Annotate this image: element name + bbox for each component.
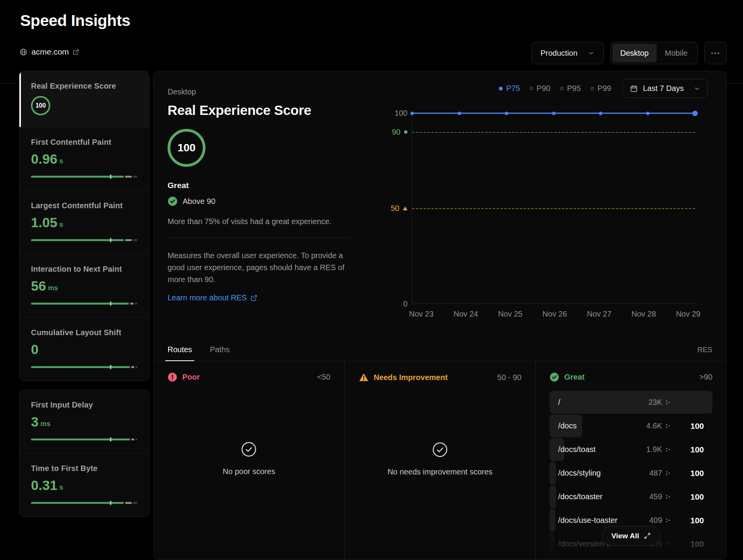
date-range-label: Last 7 Days [643, 84, 684, 93]
legend-p90[interactable]: P90 [530, 84, 551, 93]
sidebar-item-first-contentful-paint[interactable]: First Contentful Paint 0.96s [19, 127, 149, 190]
sample-count: 4.6K [646, 421, 662, 430]
orange-triangle-marker [403, 206, 407, 210]
header-controls: Production Desktop Mobile ⋯ [532, 42, 727, 64]
more-options-button[interactable]: ⋯ [704, 42, 727, 64]
sidebar-item-time-to-first-byte[interactable]: Time to First Byte 0.31s [19, 453, 149, 517]
needs-improvement-empty-text: No needs improvement scores [387, 468, 492, 476]
calendar-icon [630, 85, 638, 92]
rating-label: Great [168, 181, 373, 190]
metric-value: 0.31s [31, 478, 137, 493]
poor-column-header: Poor <50 [168, 372, 330, 382]
res-summary: Desktop Real Experience Score 100 Great … [168, 87, 373, 302]
p75-tick [110, 365, 111, 369]
res-title: Real Experience Score [168, 103, 373, 118]
legend-p99[interactable]: P99 [591, 84, 611, 93]
x-axis-labels: Nov 23Nov 24Nov 25Nov 26Nov 27Nov 28Nov … [409, 310, 700, 319]
metric-label: First Input Delay [31, 401, 137, 409]
metric-card-group-primary: Real Experience Score 100 First Contentf… [19, 71, 149, 381]
data-point [505, 111, 508, 115]
metric-distribution-bar [31, 238, 137, 242]
sidebar-item-first-input-delay[interactable]: First Input Delay 3ms [19, 390, 149, 453]
route-row[interactable]: /docs/toast 1.9K 100 [550, 438, 712, 461]
route-row[interactable]: /docs/styling 487 100 [550, 461, 712, 485]
metric-value: 56ms [31, 278, 137, 294]
legend-p75[interactable]: P75 [499, 84, 520, 93]
percentile-legend: P75 P90 P95 P99 [499, 84, 611, 93]
site-link[interactable]: acme.com [19, 47, 79, 57]
needs-improvement-range: 50 - 90 [497, 373, 521, 382]
chevron-down-icon [693, 85, 700, 92]
metric-distribution-bar [31, 501, 137, 505]
p75-tick [110, 501, 111, 505]
sidebar-item-cumulative-layout-shift[interactable]: Cumulative Layout Shift 0 [19, 317, 149, 381]
poor-range: <50 [317, 373, 330, 382]
y-tick-90: 90 [392, 128, 407, 137]
p75-series-line [412, 113, 695, 114]
learn-more-link[interactable]: Learn more about RES [168, 293, 257, 302]
needs-improvement-empty-state: No needs improvement scores [359, 441, 522, 476]
res-summary-text: More than 75% of visits had a great expe… [168, 217, 373, 226]
p99-dot-icon [591, 87, 594, 90]
chart-header: P75 P90 P95 P99 Last 7 Days [499, 79, 708, 98]
device-tab-desktop[interactable]: Desktop [612, 44, 657, 62]
metric-value: 0 [31, 342, 137, 357]
score-ring-small: 100 [31, 96, 50, 115]
rating-detail-text: Above 90 [183, 197, 216, 206]
sample-count: 487 [649, 469, 662, 478]
route-score: 100 [677, 469, 704, 478]
usage-bar [550, 509, 555, 532]
route-row[interactable]: /docs/toaster 459 100 [550, 485, 712, 509]
external-link-icon [250, 295, 257, 301]
chevron-down-icon [588, 50, 595, 57]
data-point [411, 111, 414, 115]
metric-label: Cumulative Layout Shift [31, 328, 137, 337]
metric-card-group-secondary: First Input Delay 3ms Time to First Byte… [19, 390, 149, 517]
speed-insights-page: Speed Insights acme.com Production Deskt… [0, 0, 743, 560]
circle-check-outline-icon [240, 441, 257, 458]
tab-routes[interactable]: Routes [168, 345, 192, 361]
date-range-dropdown[interactable]: Last 7 Days [623, 79, 708, 98]
data-points-icon [665, 447, 671, 452]
metric-value: 1.05s [31, 215, 137, 230]
usage-bar [550, 462, 556, 485]
poor-column: Poor <50 No poor scores [154, 361, 344, 560]
p95-dot-icon [560, 87, 563, 90]
tab-paths[interactable]: Paths [210, 345, 229, 361]
sample-count: 23K [648, 398, 662, 407]
view-all-button[interactable]: View All [602, 526, 661, 546]
globe-icon [19, 48, 27, 56]
sidebar-item-interaction-to-next-paint[interactable]: Interaction to Next Paint 56ms [19, 254, 149, 317]
metric-unit: s [59, 157, 63, 167]
sidebar-item-real-experience-score[interactable]: Real Experience Score 100 [19, 71, 149, 127]
great-column: Great >90 / 23K 100 /docs 4.6K 100 [535, 361, 726, 560]
check-circle-icon [168, 196, 178, 206]
p75-tick [110, 437, 111, 442]
usage-bar [550, 391, 712, 414]
res-chart[interactable]: 100 90 50 0 Nov 23Nov 24Nov 25Nov 26Nov … [412, 113, 695, 304]
sample-count: 409 [649, 516, 662, 525]
y-tick-0: 0 [403, 300, 407, 308]
route-row[interactable]: / 23K 100 [550, 390, 712, 414]
route-score: 100 [677, 421, 704, 431]
data-point [552, 111, 555, 115]
metric-distribution-bar [31, 301, 137, 306]
data-point-latest [692, 111, 698, 116]
legend-p95[interactable]: P95 [560, 84, 581, 93]
sample-count: 459 [649, 492, 662, 501]
divider [168, 238, 349, 238]
score-ring-large: 100 [168, 129, 205, 167]
data-point [599, 111, 603, 115]
error-circle-icon [168, 372, 177, 382]
sidebar-item-largest-contentful-paint[interactable]: Largest Contentful Paint 1.05s [19, 190, 149, 254]
device-tab-mobile[interactable]: Mobile [657, 44, 696, 62]
data-points-icon [665, 423, 671, 429]
route-row[interactable]: /docs 4.6K 100 [550, 414, 712, 438]
p90-dot-icon [530, 87, 533, 90]
route-score: 100 [677, 539, 704, 549]
environment-dropdown[interactable]: Production [532, 42, 604, 64]
external-link-icon [73, 49, 79, 55]
metric-label: Real Experience Score [31, 82, 137, 91]
metric-unit: ms [48, 284, 58, 294]
route-score: 100 [677, 445, 704, 454]
